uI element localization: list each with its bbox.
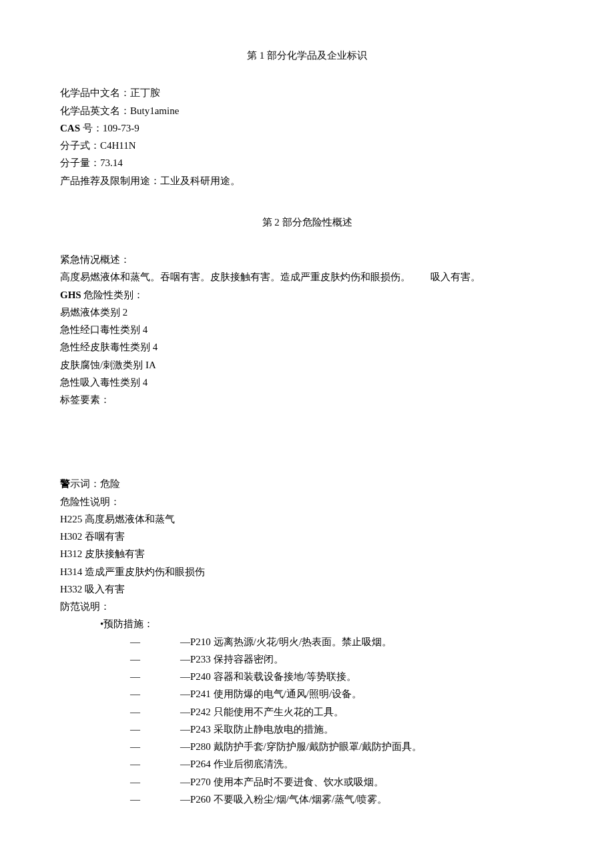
prevention-item: ——P260 不要吸入粉尘/烟/气体/烟雾/蒸气/喷雾。: [130, 791, 554, 808]
ghs-label: GHS 危险性类别：: [60, 286, 554, 304]
prevention-item-text: —P243 采取防止静电放电的措施。: [180, 724, 334, 735]
emergency-summary-extra: 吸入有害。: [430, 268, 481, 286]
prevention-item: ——P240 容器和装载设备接地/等势联接。: [130, 668, 554, 685]
prevention-item-text: —P260 不要吸入粉尘/烟/气体/烟雾/蒸气/喷雾。: [180, 794, 387, 805]
dash-icon: —: [130, 721, 180, 738]
field-cas-value: 109-73-9: [103, 123, 139, 133]
field-name-cn-label: 化学品中文名：: [60, 87, 130, 98]
prevention-item-text: —P280 戴防护手套/穿防护服/戴防护眼罩/戴防护面具。: [180, 741, 422, 752]
field-cas: CAS 号：109-73-9: [60, 119, 554, 137]
field-formula-value: C4H11N: [100, 140, 136, 151]
signal-word-rest: 示词：危险: [70, 478, 120, 489]
field-formula-label: 分子式：: [60, 140, 100, 151]
hazard-statement-item: H332 吸入有害: [60, 580, 554, 598]
field-usage-value: 工业及科研用途。: [160, 175, 240, 186]
prevention-item: ——P210 远离热源/火花/明火/热表面。禁止吸烟。: [130, 633, 554, 650]
dash-icon: —: [130, 755, 180, 773]
field-name-en: 化学品英文名：Buty1amine: [60, 102, 554, 119]
dash-icon: —: [130, 650, 180, 668]
ghs-category-item: 易燃液体类别 2: [60, 304, 554, 321]
signal-word-bold: 警: [60, 478, 70, 489]
ghs-label-rest: 危险性类别：: [81, 290, 144, 300]
prevention-item-text: —P270 使用本产品时不要进食、饮水或吸烟。: [180, 777, 384, 787]
prevention-item-text: —P242 只能使用不产生火花的工具。: [180, 707, 344, 717]
prevention-item-text: —P233 保持容器密闭。: [180, 654, 284, 665]
hazard-statement-item: H302 吞咽有害: [60, 528, 554, 545]
hazard-statement-item: H312 皮肤接触有害: [60, 545, 554, 562]
dash-icon: —: [130, 668, 180, 685]
ghs-category-item: 急性经皮肤毒性类别 4: [60, 338, 554, 356]
pictogram-placeholder: [60, 408, 554, 475]
field-name-en-label: 化学品英文名：: [60, 105, 130, 116]
hazard-statements-label: 危险性说明：: [60, 493, 554, 510]
field-cas-label-mid: 号：: [80, 123, 103, 133]
prevention-item: ——P280 戴防护手套/穿防护服/戴防护眼罩/戴防护面具。: [130, 738, 554, 755]
prevention-item-text: —P264 作业后彻底清洗。: [180, 759, 294, 769]
prevention-item: ——P243 采取防止静电放电的措施。: [130, 721, 554, 738]
dash-icon: —: [130, 685, 180, 703]
prevention-item: ——P241 使用防爆的电气/通风/照明/设备。: [130, 685, 554, 703]
field-name-cn: 化学品中文名：正丁胺: [60, 84, 554, 101]
emergency-summary: 高度易燃液体和蒸气。吞咽有害。皮肤接触有害。造成严重皮肤灼伤和眼损伤。 吸入有害…: [60, 268, 554, 286]
field-cas-label-bold: CAS: [60, 123, 80, 133]
dash-icon: —: [130, 773, 180, 791]
field-name-cn-value: 正丁胺: [130, 87, 160, 98]
prevention-item: ——P233 保持容器密闭。: [130, 650, 554, 668]
field-weight-value: 73.14: [100, 157, 123, 168]
prevention-header: •预防措施：: [100, 615, 554, 632]
section-2-title: 第 2 部分危险性概述: [60, 213, 554, 231]
field-formula: 分子式：C4H11N: [60, 137, 554, 154]
prevention-header-text: •预防措施：: [100, 618, 154, 629]
dash-icon: —: [130, 791, 180, 808]
dash-icon: —: [130, 738, 180, 755]
prevention-item: ——P270 使用本产品时不要进食、饮水或吸烟。: [130, 773, 554, 791]
hazard-statement-item: H314 造成严重皮肤灼伤和眼损伤: [60, 563, 554, 580]
precaution-label: 防范说明：: [60, 598, 554, 615]
signal-word: 警示词：危险: [60, 475, 554, 492]
hazard-statement-item: H225 高度易燃液体和蒸气: [60, 510, 554, 528]
section-1-title: 第 1 部分化学品及企业标识: [60, 47, 554, 64]
ghs-category-item: 皮肤腐蚀/刺激类别 IA: [60, 356, 554, 374]
ghs-category-item: 急性吸入毒性类别 4: [60, 374, 554, 391]
prevention-item: ——P264 作业后彻底清洗。: [130, 755, 554, 773]
field-usage: 产品推荐及限制用途：工业及科研用途。: [60, 172, 554, 189]
dash-icon: —: [130, 703, 180, 721]
emergency-summary-main: 高度易燃液体和蒸气。吞咽有害。皮肤接触有害。造成严重皮肤灼伤和眼损伤。: [60, 268, 410, 286]
prevention-item-text: —P241 使用防爆的电气/通风/照明/设备。: [180, 689, 362, 699]
prevention-item-text: —P210 远离热源/火花/明火/热表面。禁止吸烟。: [180, 636, 392, 647]
prevention-item-text: —P240 容器和装载设备接地/等势联接。: [180, 671, 356, 682]
field-weight: 分子量：73.14: [60, 154, 554, 171]
prevention-item: ——P242 只能使用不产生火花的工具。: [130, 703, 554, 721]
label-elements: 标签要素：: [60, 391, 554, 408]
field-weight-label: 分子量：: [60, 157, 100, 168]
field-usage-label: 产品推荐及限制用途：: [60, 175, 160, 186]
ghs-category-item: 急性经口毒性类别 4: [60, 321, 554, 338]
ghs-label-bold: GHS: [60, 290, 81, 300]
field-name-en-value: Buty1amine: [130, 105, 179, 116]
dash-icon: —: [130, 633, 180, 650]
emergency-label: 紧急情况概述：: [60, 251, 554, 268]
